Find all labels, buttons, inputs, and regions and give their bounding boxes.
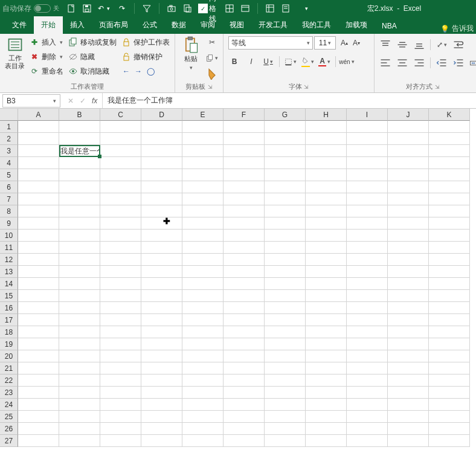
cell-K13[interactable]: [429, 266, 470, 278]
cell-B17[interactable]: [59, 314, 100, 326]
cell-I1[interactable]: [347, 121, 388, 133]
cell-B20[interactable]: [59, 350, 100, 362]
col-header-D[interactable]: D: [141, 109, 182, 121]
cell-E26[interactable]: [182, 423, 224, 435]
cell-E24[interactable]: [182, 399, 224, 411]
wrap-text-icon[interactable]: [452, 39, 465, 51]
cell-A13[interactable]: [18, 266, 59, 278]
cell-B13[interactable]: [59, 266, 100, 278]
cell-A16[interactable]: [18, 302, 59, 314]
align-left-icon[interactable]: [379, 57, 391, 69]
cell-F1[interactable]: [224, 121, 265, 133]
cell-G4[interactable]: [265, 157, 306, 169]
cell-I20[interactable]: [347, 350, 388, 362]
cell-E27[interactable]: [182, 435, 224, 447]
cell-G10[interactable]: [265, 230, 306, 242]
col-header-A[interactable]: A: [18, 109, 59, 121]
cell-D16[interactable]: [141, 302, 182, 314]
cell-E10[interactable]: [182, 230, 224, 242]
unprotect-sheet-button[interactable]: 撤销保护: [121, 51, 170, 63]
cell-H9[interactable]: [306, 217, 347, 230]
cell-H2[interactable]: [306, 133, 347, 145]
cell-A23[interactable]: [18, 387, 59, 399]
cell-E23[interactable]: [182, 387, 224, 399]
cell-E8[interactable]: [182, 205, 224, 217]
col-header-F[interactable]: F: [224, 109, 265, 121]
cell-K24[interactable]: [429, 399, 470, 411]
cell-C15[interactable]: [100, 290, 141, 302]
row-header-22[interactable]: 22: [0, 374, 18, 387]
col-header-G[interactable]: G: [265, 109, 306, 121]
cell-J17[interactable]: [388, 314, 429, 326]
cell-H8[interactable]: [306, 205, 347, 217]
cell-H18[interactable]: [306, 326, 347, 338]
cell-D15[interactable]: [141, 290, 182, 302]
cell-F12[interactable]: [224, 254, 265, 266]
cell-J3[interactable]: [388, 145, 429, 157]
cell-I10[interactable]: [347, 230, 388, 242]
cell-A2[interactable]: [18, 133, 59, 145]
tab-layout[interactable]: 页面布局: [92, 16, 135, 34]
row-header-25[interactable]: 25: [0, 411, 18, 423]
cell-B11[interactable]: [59, 242, 100, 254]
cell-A20[interactable]: [18, 350, 59, 362]
tab-insert[interactable]: 插入: [63, 16, 92, 34]
formula-input[interactable]: 我是任意一个工作簿: [102, 93, 476, 108]
cell-J20[interactable]: [388, 350, 429, 362]
cell-H11[interactable]: [306, 242, 347, 254]
cell-J4[interactable]: [388, 157, 429, 169]
redo-icon[interactable]: ↷: [117, 4, 127, 13]
tab-addins[interactable]: 加载项: [338, 16, 375, 34]
cell-D23[interactable]: [141, 387, 182, 399]
cell-H26[interactable]: [306, 423, 347, 435]
cell-A22[interactable]: [18, 374, 59, 387]
cell-D22[interactable]: [141, 374, 182, 387]
cell-E18[interactable]: [182, 326, 224, 338]
cell-C25[interactable]: [100, 411, 141, 423]
cell-J22[interactable]: [388, 374, 429, 387]
cell-F17[interactable]: [224, 314, 265, 326]
cell-H27[interactable]: [306, 435, 347, 447]
row-header-1[interactable]: 1: [0, 121, 18, 133]
cell-B16[interactable]: [59, 302, 100, 314]
cell-F19[interactable]: [224, 338, 265, 350]
cell-B12[interactable]: [59, 254, 100, 266]
cell-K12[interactable]: [429, 254, 470, 266]
cell-E16[interactable]: [182, 302, 224, 314]
phonetic-button[interactable]: wén: [341, 56, 353, 68]
cell-E15[interactable]: [182, 290, 224, 302]
rename-sheet-button[interactable]: ⟳重命名: [30, 65, 63, 77]
cell-F10[interactable]: [224, 230, 265, 242]
cell-K20[interactable]: [429, 350, 470, 362]
cell-E5[interactable]: [182, 169, 224, 181]
cut-icon[interactable]: ✂: [206, 36, 218, 48]
row-header-7[interactable]: 7: [0, 193, 18, 205]
borders-button[interactable]: [285, 56, 297, 68]
cell-G9[interactable]: [265, 217, 306, 230]
cell-B14[interactable]: [59, 278, 100, 290]
cell-B18[interactable]: [59, 326, 100, 338]
tab-view[interactable]: 视图: [222, 16, 251, 34]
cell-B8[interactable]: [59, 205, 100, 217]
row-header-17[interactable]: 17: [0, 314, 18, 326]
cell-F27[interactable]: [224, 435, 265, 447]
cell-F4[interactable]: [224, 157, 265, 169]
cell-F26[interactable]: [224, 423, 265, 435]
cell-E17[interactable]: [182, 314, 224, 326]
cell-H20[interactable]: [306, 350, 347, 362]
cell-I25[interactable]: [347, 411, 388, 423]
cell-H22[interactable]: [306, 374, 347, 387]
cell-H14[interactable]: [306, 278, 347, 290]
cell-F25[interactable]: [224, 411, 265, 423]
tab-mytools[interactable]: 我的工具: [295, 16, 338, 34]
row-header-2[interactable]: 2: [0, 133, 18, 145]
cell-C13[interactable]: [100, 266, 141, 278]
cell-G2[interactable]: [265, 133, 306, 145]
align-center-icon[interactable]: [396, 57, 408, 69]
cell-I16[interactable]: [347, 302, 388, 314]
cell-G14[interactable]: [265, 278, 306, 290]
cell-F14[interactable]: [224, 278, 265, 290]
cell-E20[interactable]: [182, 350, 224, 362]
cell-I8[interactable]: [347, 205, 388, 217]
cell-F9[interactable]: [224, 217, 265, 230]
